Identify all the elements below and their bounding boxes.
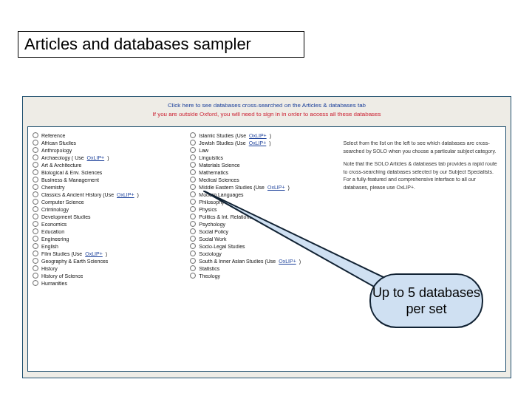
- subject-row[interactable]: Philosophy: [190, 198, 334, 205]
- radio-icon[interactable]: [190, 258, 196, 264]
- subject-row[interactable]: Biological & Env. Sciences: [33, 168, 181, 176]
- subject-row[interactable]: History of Science: [33, 272, 181, 279]
- subject-label: Classics & Ancient History (Use: [41, 192, 114, 197]
- subject-row[interactable]: Politics & Int. Relations: [190, 213, 334, 220]
- radio-icon[interactable]: [190, 273, 196, 279]
- radio-icon[interactable]: [33, 273, 38, 279]
- radio-icon[interactable]: [33, 147, 38, 153]
- subject-row[interactable]: Linguistics: [190, 154, 334, 161]
- radio-icon[interactable]: [190, 140, 196, 146]
- radio-icon[interactable]: [33, 184, 38, 190]
- subject-row[interactable]: African Studies: [33, 139, 181, 146]
- subject-row[interactable]: South & Inner Asian Studies (Use OxLIP+): [190, 257, 334, 265]
- radio-icon[interactable]: [33, 177, 38, 183]
- subject-row[interactable]: Materials Science: [190, 161, 334, 168]
- subject-row[interactable]: Theology: [190, 272, 334, 279]
- subject-row[interactable]: Social Work: [190, 235, 334, 242]
- subject-row[interactable]: Social Policy: [190, 228, 334, 235]
- subject-row[interactable]: Classics & Ancient History (Use OxLIP+): [33, 191, 181, 198]
- radio-icon[interactable]: [33, 132, 38, 138]
- radio-icon[interactable]: [33, 162, 38, 168]
- subject-row[interactable]: Development Studies: [33, 213, 181, 220]
- header-link-2[interactable]: If you are outside Oxford, you will need…: [30, 110, 503, 119]
- subject-row[interactable]: Geography & Earth Sciences: [33, 257, 181, 265]
- info-paragraph-1: Select from the list on the left to see …: [344, 140, 502, 155]
- radio-icon[interactable]: [190, 184, 196, 190]
- radio-icon[interactable]: [33, 258, 38, 264]
- subject-row[interactable]: Modern Languages: [190, 191, 334, 198]
- radio-icon[interactable]: [33, 228, 38, 234]
- radio-icon[interactable]: [190, 147, 196, 153]
- subject-row[interactable]: Economics: [33, 220, 181, 228]
- radio-icon[interactable]: [190, 199, 196, 205]
- subject-row[interactable]: Socio-Legal Studies: [190, 242, 334, 250]
- oxlip-link[interactable]: OxLIP+: [249, 133, 267, 138]
- subject-row[interactable]: Reference: [33, 132, 181, 139]
- radio-icon[interactable]: [33, 236, 38, 242]
- oxlip-link[interactable]: OxLIP+: [117, 192, 134, 197]
- radio-icon[interactable]: [190, 177, 196, 183]
- subject-row[interactable]: Archaeology ( Use OxLIP+): [33, 154, 181, 161]
- subject-row[interactable]: Film Studies (Use OxLIP+): [33, 250, 181, 257]
- radio-icon[interactable]: [33, 250, 38, 256]
- subject-row[interactable]: Mathematics: [190, 168, 334, 176]
- callout-text: Up to 5 databases per set: [371, 284, 482, 318]
- oxlip-link[interactable]: OxLIP+: [267, 185, 285, 190]
- subject-row[interactable]: Computer Science: [33, 198, 181, 205]
- subject-row[interactable]: Sociology: [190, 250, 334, 257]
- radio-icon[interactable]: [190, 214, 196, 219]
- subject-label: Philosophy: [199, 200, 224, 205]
- subject-label: Geography & Earth Sciences: [41, 259, 108, 264]
- subject-row[interactable]: Anthropology: [33, 146, 181, 154]
- subject-column-1: ReferenceAfrican StudiesAnthropologyArch…: [28, 127, 185, 371]
- oxlip-link[interactable]: OxLIP+: [279, 259, 296, 264]
- radio-icon[interactable]: [190, 221, 196, 227]
- radio-icon[interactable]: [190, 243, 196, 249]
- radio-icon[interactable]: [190, 169, 196, 175]
- radio-icon[interactable]: [33, 154, 38, 160]
- oxlip-link[interactable]: OxLIP+: [85, 251, 103, 256]
- subject-row[interactable]: Engineering: [33, 235, 181, 242]
- radio-icon[interactable]: [33, 243, 38, 249]
- radio-icon[interactable]: [33, 221, 38, 227]
- subject-row[interactable]: Psychology: [190, 220, 334, 228]
- subject-row[interactable]: Art & Architecture: [33, 161, 181, 168]
- header-link-1[interactable]: Click here to see databases cross-search…: [30, 101, 503, 110]
- subject-row[interactable]: Business & Management: [33, 176, 181, 183]
- radio-icon[interactable]: [33, 169, 38, 175]
- radio-icon[interactable]: [190, 132, 196, 138]
- radio-icon[interactable]: [33, 199, 38, 205]
- subject-label: Archaeology ( Use: [41, 155, 84, 160]
- subject-row[interactable]: Statistics: [190, 265, 334, 272]
- radio-icon[interactable]: [190, 228, 196, 234]
- radio-icon[interactable]: [190, 191, 196, 197]
- subject-row[interactable]: History: [33, 265, 181, 272]
- radio-icon[interactable]: [33, 191, 38, 197]
- radio-icon[interactable]: [33, 265, 38, 271]
- subject-label: Art & Architecture: [41, 163, 81, 168]
- subject-row[interactable]: Humanities: [33, 279, 181, 287]
- subject-row[interactable]: Islamic Studies (Use OxLIP+): [190, 132, 334, 139]
- subject-row[interactable]: Jewish Studies (Use OxLIP+): [190, 139, 334, 146]
- subject-row[interactable]: Law: [190, 146, 334, 154]
- subject-row[interactable]: English: [33, 242, 181, 250]
- oxlip-link[interactable]: OxLIP+: [87, 155, 105, 160]
- subject-row[interactable]: Criminology: [33, 205, 181, 213]
- subject-row[interactable]: Chemistry: [33, 183, 181, 191]
- subject-row[interactable]: Middle Eastern Studies (Use OxLIP+): [190, 183, 334, 191]
- radio-icon[interactable]: [33, 280, 38, 286]
- radio-icon[interactable]: [190, 206, 196, 212]
- radio-icon[interactable]: [33, 206, 38, 212]
- radio-icon[interactable]: [190, 236, 196, 242]
- subject-row[interactable]: Education: [33, 228, 181, 235]
- radio-icon[interactable]: [33, 140, 38, 146]
- radio-icon[interactable]: [33, 214, 38, 219]
- subject-row[interactable]: Physics: [190, 205, 334, 213]
- radio-icon[interactable]: [190, 265, 196, 271]
- subject-row[interactable]: Medical Sciences: [190, 176, 334, 183]
- radio-icon[interactable]: [190, 250, 196, 256]
- radio-icon[interactable]: [190, 162, 196, 168]
- oxlip-link[interactable]: OxLIP+: [249, 140, 267, 146]
- radio-icon[interactable]: [190, 154, 196, 160]
- subject-label: Jewish Studies (Use: [199, 140, 245, 146]
